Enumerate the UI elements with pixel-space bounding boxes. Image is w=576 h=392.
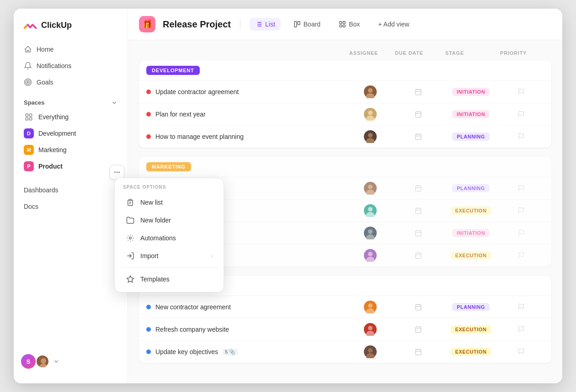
section-marketing-label: MARKETING [146, 162, 191, 171]
everything-icon [24, 112, 34, 122]
board-view-label: Board [304, 21, 320, 28]
context-menu-automations[interactable]: Automations [117, 229, 221, 247]
col-assignee: ASSIGNEE [349, 50, 395, 56]
dashboards-label: Dashboards [24, 186, 59, 194]
section-development: DEVELOPMENT Update contractor agreement [139, 60, 551, 148]
svg-rect-12 [129, 199, 132, 201]
logo[interactable]: ClickUp [14, 18, 128, 42]
avatar [364, 227, 377, 239]
board-view-icon [293, 21, 301, 28]
stage-badge: EXECUTION [451, 348, 491, 356]
flag-icon [517, 207, 525, 214]
avatar [364, 182, 377, 195]
task-name: New contractor agreement [155, 303, 231, 311]
svg-point-53 [368, 207, 373, 212]
marketing-avatar: M [24, 145, 34, 155]
table-header: ASSIGNEE DUE DATE STAGE PRIORITY [139, 48, 551, 58]
spaces-section: Spaces [14, 94, 128, 109]
context-menu-new-list[interactable]: New list [117, 194, 221, 211]
table-row[interactable]: Update contractor agreement INITIATION [139, 80, 551, 103]
stage-badge: PLANNING [452, 132, 489, 141]
calendar-icon [415, 348, 422, 355]
view-box-button[interactable]: Box [333, 18, 365, 31]
stage-badge: EXECUTION [451, 325, 491, 334]
svg-point-54 [366, 212, 374, 217]
svg-rect-28 [343, 25, 345, 27]
calendar-icon [415, 303, 422, 311]
sidebar-item-goals[interactable]: Goals [18, 74, 123, 90]
sidebar-item-development-label: Development [38, 130, 76, 137]
svg-rect-73 [416, 305, 421, 310]
add-view-button[interactable]: + Add view [373, 18, 415, 31]
calendar-icon [415, 111, 422, 118]
col-duedate: DUE DATE [395, 50, 445, 56]
svg-rect-85 [416, 350, 421, 355]
stage-badge: PLANNING [452, 184, 489, 192]
sidebar-item-product[interactable]: P Product [18, 158, 123, 175]
menu-divider [120, 267, 218, 268]
new-list-icon [126, 198, 135, 207]
clickup-logo-icon [23, 18, 37, 32]
sidebar-item-goals-label: Goals [37, 79, 53, 86]
flag-icon [517, 88, 525, 95]
templates-icon [126, 275, 135, 284]
table-row[interactable]: Plan for next year INITIATION [139, 103, 551, 125]
automations-icon [126, 233, 135, 243]
svg-marker-16 [127, 276, 134, 282]
table-row[interactable]: Update key objectives 5 📎 EXECUTION [139, 340, 551, 363]
svg-point-42 [366, 138, 374, 143]
context-menu-section-title: SPACE OPTIONS [115, 182, 224, 193]
svg-point-11 [118, 172, 120, 173]
svg-rect-23 [294, 21, 297, 27]
task-name: Update key objectives [155, 348, 218, 355]
context-menu-templates[interactable]: Templates [117, 270, 221, 288]
sidebar-item-everything[interactable]: Everything [18, 109, 123, 125]
sidebar-item-marketing[interactable]: M Marketing [18, 142, 123, 158]
view-list-button[interactable]: List [250, 18, 281, 31]
task-dot [146, 90, 151, 94]
context-menu-import[interactable]: Import › [117, 247, 221, 265]
svg-point-66 [366, 257, 374, 262]
table-row[interactable]: How to manage event planning PLANNING [139, 125, 551, 148]
project-title: Release Project [163, 19, 231, 30]
svg-point-59 [368, 229, 373, 234]
import-icon [126, 251, 135, 260]
main-header: 🎁 Release Project List Board [128, 9, 562, 40]
stage-badge: INITIATION [452, 229, 490, 237]
list-view-icon [255, 21, 262, 28]
avatar [364, 323, 377, 336]
task-attachment-count: 5 📎 [223, 349, 238, 355]
user-profile[interactable]: S [14, 349, 128, 374]
new-list-label: New list [140, 199, 163, 206]
col-name [144, 50, 349, 56]
svg-rect-4 [30, 114, 32, 116]
avatar [364, 204, 377, 217]
svg-point-72 [366, 308, 374, 313]
svg-point-7 [41, 358, 46, 364]
svg-point-15 [129, 237, 132, 239]
task-name: Refresh company website [155, 326, 229, 333]
sidebar-item-dashboards[interactable]: Dashboards [18, 183, 123, 197]
svg-point-35 [368, 111, 373, 115]
sidebar-item-docs[interactable]: Docs [18, 199, 123, 214]
context-menu-new-folder[interactable]: New folder [117, 212, 221, 229]
svg-point-47 [368, 185, 373, 189]
user-menu-chevron-icon[interactable] [53, 358, 59, 365]
svg-point-29 [368, 88, 373, 93]
sidebar-item-home[interactable]: Home [18, 42, 123, 57]
user-avatar-initials: S [21, 354, 36, 369]
table-row[interactable]: New contractor agreement PLANNING [139, 296, 551, 318]
sidebar-item-home-label: Home [37, 46, 53, 53]
sidebar-item-notifications[interactable]: Notifications [18, 58, 123, 74]
calendar-icon [415, 133, 422, 140]
svg-rect-3 [26, 114, 28, 116]
table-row[interactable]: Refresh company website EXECUTION [139, 318, 551, 340]
svg-rect-25 [340, 21, 342, 24]
calendar-icon [415, 326, 422, 333]
new-folder-icon [126, 216, 135, 225]
svg-rect-55 [416, 208, 421, 214]
view-board-button[interactable]: Board [288, 18, 326, 31]
target-icon [24, 78, 32, 86]
svg-rect-6 [30, 118, 32, 120]
sidebar-item-development[interactable]: D Development [18, 125, 123, 142]
